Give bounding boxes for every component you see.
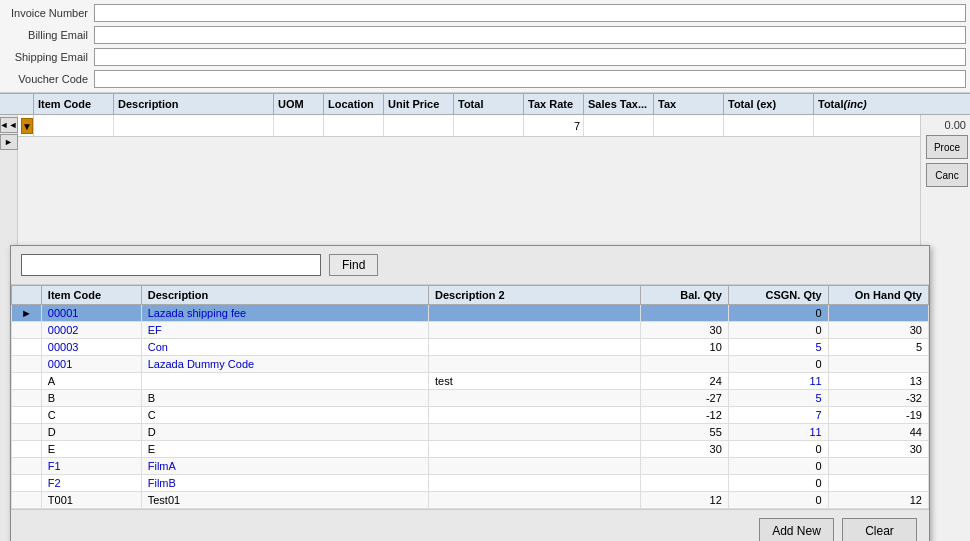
popup-on-hand-qty xyxy=(828,458,920,475)
popup-description2 xyxy=(429,458,641,475)
table-header: Item Code Description UOM Location Unit … xyxy=(0,93,970,115)
shipping-email-input[interactable] xyxy=(94,48,966,66)
popup-description: FilmA xyxy=(141,458,428,475)
popup-description2 xyxy=(429,424,641,441)
popup-description: Test01 xyxy=(141,492,428,509)
add-new-button[interactable]: Add New xyxy=(759,518,834,541)
th-popup-bal-qty: Bal. Qty xyxy=(641,286,728,305)
total-value-display: 0.00 xyxy=(945,119,968,131)
table-row[interactable]: 00003 Con 10 5 5 xyxy=(18,339,920,356)
row-indicator xyxy=(18,441,41,458)
popup-bal-qty: 55 xyxy=(641,424,728,441)
popup-bal-qty xyxy=(641,356,728,373)
table-row[interactable]: D D 55 11 44 xyxy=(18,424,920,441)
table-row[interactable]: E E 30 0 30 xyxy=(18,441,920,458)
billing-email-input[interactable] xyxy=(94,26,966,44)
table-row[interactable]: F2 FilmB 0 xyxy=(18,475,920,492)
inline-uom-cell xyxy=(274,115,324,136)
table-row[interactable]: C C -12 7 -19 xyxy=(18,407,920,424)
th-sales-tax: Sales Tax... xyxy=(584,94,654,114)
popup-csgn-qty: 5 xyxy=(728,390,828,407)
th-uom: UOM xyxy=(274,94,324,114)
popup-csgn-qty: 11 xyxy=(728,424,828,441)
popup-on-hand-qty xyxy=(828,305,920,322)
popup-on-hand-qty xyxy=(828,356,920,373)
popup-description: Lazada shipping fee xyxy=(141,305,428,322)
col-icon[interactable]: ▼ xyxy=(21,118,33,134)
row-indicator: ► xyxy=(18,305,41,322)
popup-description xyxy=(141,373,428,390)
inline-item-code-cell[interactable] xyxy=(34,115,114,136)
item-lookup-popup: Find Item Code Description Description 2… xyxy=(18,245,920,541)
popup-search-input[interactable] xyxy=(21,254,321,276)
inline-edit-row: ▼ 7 xyxy=(18,115,920,137)
popup-description: Lazada Dummy Code xyxy=(141,356,428,373)
popup-description: FilmB xyxy=(141,475,428,492)
inline-unit-price-cell xyxy=(384,115,454,136)
popup-item-code: 00003 xyxy=(41,339,141,356)
inline-row-num-cell: 7 xyxy=(524,115,584,136)
popup-bal-qty: 12 xyxy=(641,492,728,509)
th-item-code: Item Code xyxy=(34,94,114,114)
popup-on-hand-qty: -32 xyxy=(828,390,920,407)
popup-on-hand-qty: 30 xyxy=(828,441,920,458)
popup-table: Item Code Description Description 2 Bal.… xyxy=(18,285,920,509)
row-indicator xyxy=(18,356,41,373)
th-description: Description xyxy=(114,94,274,114)
popup-csgn-qty: 0 xyxy=(728,322,828,339)
table-row[interactable]: A test 24 11 13 xyxy=(18,373,920,390)
popup-description2 xyxy=(429,407,641,424)
table-row[interactable]: T001 Test01 12 0 12 xyxy=(18,492,920,509)
popup-description2 xyxy=(429,390,641,407)
popup-table-head: Item Code Description Description 2 Bal.… xyxy=(18,286,920,305)
popup-footer: Add New Clear xyxy=(18,509,920,541)
row-indicator xyxy=(18,373,41,390)
popup-csgn-qty: 0 xyxy=(728,492,828,509)
inline-item-code-input[interactable] xyxy=(37,120,110,132)
table-row[interactable]: 0001 Lazada Dummy Code 0 xyxy=(18,356,920,373)
shipping-email-label: Shipping Email xyxy=(4,51,94,63)
row-indicator xyxy=(18,492,41,509)
popup-item-code: F1 xyxy=(41,458,141,475)
popup-on-hand-qty: -19 xyxy=(828,407,920,424)
cancel-button[interactable]: Canc xyxy=(926,163,968,187)
table-row[interactable]: F1 FilmA 0 xyxy=(18,458,920,475)
inline-tax-cell xyxy=(654,115,724,136)
form-section: Invoice Number Billing Email Shipping Em… xyxy=(0,0,970,93)
th-popup-csgn-qty: CSGN. Qty xyxy=(728,286,828,305)
voucher-code-input[interactable] xyxy=(94,70,966,88)
popup-bal-qty xyxy=(641,475,728,492)
nav-right-button[interactable]: ► xyxy=(0,134,18,150)
popup-csgn-qty: 0 xyxy=(728,475,828,492)
inline-description-cell xyxy=(114,115,274,136)
th-popup-description2: Description 2 xyxy=(429,286,641,305)
invoice-number-input[interactable] xyxy=(94,4,966,22)
nav-left-button[interactable]: ◄◄ xyxy=(0,117,18,133)
popup-description2 xyxy=(429,322,641,339)
popup-header-row: Item Code Description Description 2 Bal.… xyxy=(18,286,920,305)
popup-item-code: D xyxy=(41,424,141,441)
popup-item-code: B xyxy=(41,390,141,407)
row-indicator xyxy=(18,390,41,407)
popup-csgn-qty: 0 xyxy=(728,441,828,458)
table-row[interactable]: ► 00001 Lazada shipping fee 0 xyxy=(18,305,920,322)
popup-item-code: A xyxy=(41,373,141,390)
popup-item-code: C xyxy=(41,407,141,424)
popup-item-code: 0001 xyxy=(41,356,141,373)
th-total-inc: Total (inc) xyxy=(814,94,904,114)
invoice-number-row: Invoice Number xyxy=(0,2,970,24)
th-tax: Tax xyxy=(654,94,724,114)
popup-table-body: ► 00001 Lazada shipping fee 0 00002 EF 3… xyxy=(18,305,920,509)
clear-button[interactable]: Clear xyxy=(842,518,917,541)
th-total-ex: Total (ex) xyxy=(724,94,814,114)
table-row[interactable]: B B -27 5 -32 xyxy=(18,390,920,407)
th-row-indicator xyxy=(18,286,41,305)
th-tax-rate: Tax Rate xyxy=(524,94,584,114)
popup-description: E xyxy=(141,441,428,458)
popup-description2 xyxy=(429,356,641,373)
popup-description2 xyxy=(429,305,641,322)
popup-on-hand-qty: 30 xyxy=(828,322,920,339)
process-button[interactable]: Proce xyxy=(926,135,968,159)
find-button[interactable]: Find xyxy=(329,254,378,276)
table-row[interactable]: 00002 EF 30 0 30 xyxy=(18,322,920,339)
